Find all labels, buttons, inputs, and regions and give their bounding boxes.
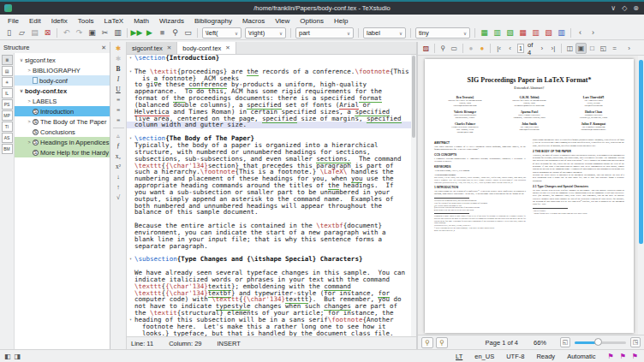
- right-delimiter-dropdown[interactable]: \right)∨: [245, 27, 286, 39]
- jump-forward-icon[interactable]: ●: [476, 43, 487, 54]
- menu-latex[interactable]: LaTeX: [99, 17, 129, 25]
- pdf-scrollbar[interactable]: [638, 56, 644, 335]
- close-button[interactable]: ⊗: [633, 5, 639, 12]
- font-size-dropdown[interactable]: tiny∨: [415, 27, 470, 39]
- close-document-icon[interactable]: ⊠: [41, 27, 54, 39]
- line-ending-indicator[interactable]: Automatic: [567, 353, 595, 360]
- sidebar-tab-structure[interactable]: ≣: [2, 55, 13, 65]
- tree-expander-icon[interactable]: >: [26, 98, 33, 104]
- structure-item-more-help-for-the-hardy[interactable]: SMore Help for the Hardy: [15, 147, 110, 157]
- bold-button[interactable]: B: [113, 64, 124, 74]
- structure-item-introduction[interactable]: SIntroduction: [15, 106, 110, 116]
- fit-width-icon[interactable]: ◫: [564, 43, 575, 54]
- structure-item-body-conf[interactable]: body-conf: [15, 75, 110, 86]
- italic-button[interactable]: I: [113, 74, 124, 84]
- triangle-icon[interactable]: ▵: [113, 131, 124, 140]
- tree-expander-icon[interactable]: >: [26, 139, 33, 145]
- fold-marker-icon[interactable]: ▾: [127, 135, 134, 142]
- menu-idefix[interactable]: Idefix: [46, 17, 73, 25]
- structure-item-sigconf-tex[interactable]: ∨sigconf.tex: [15, 55, 110, 65]
- overset-button[interactable]: ↑: [113, 182, 124, 192]
- scroll-hand-icon[interactable]: ▭: [449, 43, 460, 54]
- bookmark-flag-icon-1[interactable]: ⚑: [607, 353, 613, 360]
- fold-marker-icon[interactable]: ▾: [127, 55, 134, 62]
- pdf-zoom-slider[interactable]: [575, 341, 626, 344]
- sectioning-dropdown[interactable]: part∨: [295, 27, 354, 39]
- toggle-sidebar-icon[interactable]: ◧: [4, 353, 11, 360]
- menu-file[interactable]: File: [3, 17, 24, 25]
- sidebar-tab-symbols[interactable]: ✳: [2, 77, 13, 87]
- align-left-button[interactable]: ≡: [113, 95, 124, 104]
- table-cut-column-icon[interactable]: ▧: [542, 27, 555, 39]
- fold-marker-icon[interactable]: ▾: [127, 68, 134, 75]
- table-add-row-icon[interactable]: ▦: [478, 27, 491, 39]
- spell-language-indicator[interactable]: en_US: [474, 353, 494, 360]
- go-forward-icon[interactable]: ›: [587, 27, 599, 39]
- toggle-log-icon[interactable]: ◨: [15, 353, 21, 360]
- editor-scrollbar-handle[interactable]: [412, 56, 415, 138]
- fold-marker-icon[interactable]: ▾: [127, 256, 134, 263]
- menu-help[interactable]: Help: [329, 17, 353, 25]
- sidebar-tab-ps[interactable]: PS: [2, 99, 13, 110]
- structure-item-bibliography[interactable]: >BIBLIOGRAPHY: [15, 65, 110, 75]
- next-page-icon[interactable]: ›: [536, 43, 547, 54]
- tab-body-conf-tex[interactable]: body-conf.tex✕: [177, 42, 236, 54]
- open-file-icon[interactable]: ▱: [15, 27, 28, 39]
- table-align-columns-icon[interactable]: ▥: [555, 27, 568, 39]
- viewer-expand-icon[interactable]: ›: [623, 43, 635, 54]
- align-right-button[interactable]: ≡: [113, 116, 124, 125]
- status-indicator[interactable]: Ready: [536, 353, 555, 360]
- structure-item-labels[interactable]: >LABELS: [15, 96, 110, 106]
- menu-edit[interactable]: Edit: [24, 17, 46, 25]
- page-number-input[interactable]: 1: [517, 44, 524, 53]
- close-structure-panel-icon[interactable]: ✕: [101, 45, 106, 51]
- text-magnifier-icon[interactable]: ⚲: [436, 337, 448, 348]
- align-center-button[interactable]: ≡: [113, 105, 124, 115]
- underline-button[interactable]: U: [113, 85, 124, 94]
- sidebar-tab-bm[interactable]: BM: [2, 144, 13, 154]
- menu-tools[interactable]: Tools: [73, 17, 99, 25]
- menu-options[interactable]: Options: [295, 17, 329, 25]
- sidebar-tab-ti[interactable]: TI: [2, 122, 13, 132]
- jump-back-icon[interactable]: ●: [465, 43, 476, 54]
- wizard-star-icon[interactable]: ✱: [113, 44, 124, 53]
- left-delimiter-dropdown[interactable]: \left(∨: [202, 27, 242, 39]
- tree-expander-icon[interactable]: >: [26, 68, 33, 73]
- menu-bibliography[interactable]: Bibliography: [189, 17, 237, 25]
- tab-close-icon[interactable]: ✕: [167, 45, 171, 51]
- build-and-view-icon[interactable]: ▶▶: [130, 27, 143, 39]
- menu-math[interactable]: Math: [128, 17, 154, 25]
- menu-wizards[interactable]: Wizards: [154, 17, 189, 25]
- sidebar-tab-as[interactable]: AS: [2, 133, 13, 143]
- pdf-zoom-slider-knob[interactable]: [594, 338, 602, 346]
- editor-scrollbar[interactable]: [411, 55, 416, 336]
- cut-icon[interactable]: ✂: [98, 27, 111, 39]
- menu-view[interactable]: View: [270, 17, 295, 25]
- superscript-button[interactable]: x²: [113, 162, 124, 171]
- pdf-scrollbar-handle[interactable]: [639, 60, 643, 244]
- redo-icon[interactable]: ↷: [73, 27, 86, 39]
- first-page-icon[interactable]: |‹: [493, 43, 504, 54]
- table-add-column-icon[interactable]: ▥: [491, 27, 504, 39]
- new-file-icon[interactable]: ▯: [3, 27, 15, 39]
- structure-item-conclusions[interactable]: SConclusions: [15, 127, 110, 137]
- undo-icon[interactable]: ↶: [60, 27, 73, 39]
- bookmark-flag-icon-2[interactable]: ⚑: [620, 353, 626, 360]
- insert-mode-indicator[interactable]: INSERT: [218, 340, 241, 347]
- last-page-icon[interactable]: ›|: [547, 43, 558, 54]
- sidebar-tab-document[interactable]: ▤: [2, 66, 13, 76]
- pdf-zoom-out-button[interactable]: ◱: [560, 337, 570, 347]
- comment-icon[interactable]: ▭: [182, 27, 194, 39]
- stop-icon[interactable]: ■: [156, 27, 169, 39]
- bookmark-star-icon[interactable]: ✱: [113, 54, 124, 63]
- bookmark-flag-icon-3[interactable]: ⚑: [632, 353, 638, 360]
- sidebar-tab-mp[interactable]: MP: [2, 110, 13, 121]
- pdf-fullscreen-button[interactable]: ◳: [630, 337, 641, 347]
- menu-macros[interactable]: Macros: [237, 17, 270, 25]
- tab-close-icon[interactable]: ✕: [225, 45, 230, 51]
- tree-expander-icon[interactable]: ∨: [18, 88, 25, 93]
- table-remove-column-icon[interactable]: ▥: [529, 27, 542, 39]
- fit-window-icon[interactable]: ◱: [598, 43, 609, 54]
- previous-page-icon[interactable]: ‹: [504, 43, 516, 54]
- copy-icon[interactable]: ▣: [86, 27, 98, 39]
